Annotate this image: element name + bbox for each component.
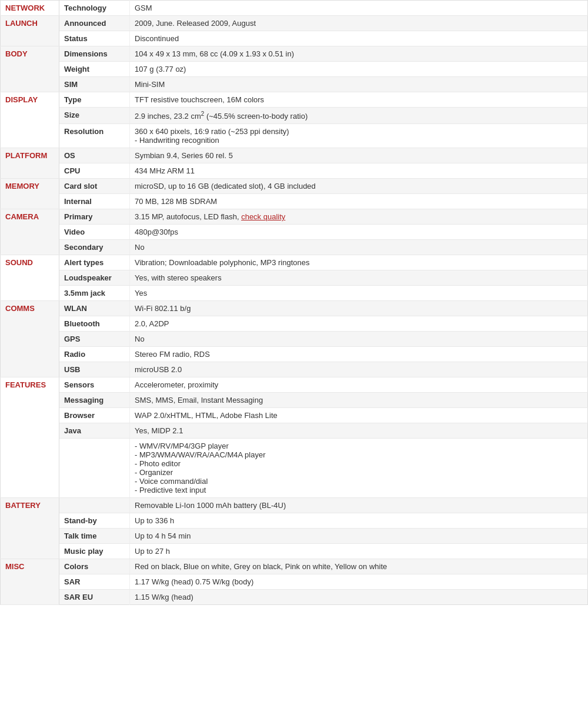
value-cell: 107 g (3.77 oz) — [130, 62, 588, 77]
table-row: Talk timeUp to 4 h 54 min — [1, 529, 588, 544]
value-cell: 360 x 640 pixels, 16:9 ratio (~253 ppi d… — [130, 124, 588, 148]
value-cell: Yes, with stereo speakers — [130, 270, 588, 286]
value-cell: SMS, MMS, Email, Instant Messaging — [130, 393, 588, 408]
table-row: Stand-byUp to 336 h — [1, 513, 588, 529]
category-cell: COMMS — [1, 301, 59, 377]
attribute-cell: 3.5mm jack — [59, 286, 130, 301]
table-row: Internal70 MB, 128 MB SDRAM — [1, 194, 588, 209]
attribute-cell: Resolution — [59, 124, 130, 148]
category-cell: BODY — [1, 46, 59, 92]
table-row: Size2.9 inches, 23.2 cm2 (~45.5% screen-… — [1, 108, 588, 124]
table-row: BrowserWAP 2.0/xHTML, HTML, Adobe Flash … — [1, 408, 588, 423]
category-cell: MEMORY — [1, 179, 59, 209]
table-row: MEMORYCard slotmicroSD, up to 16 GB (ded… — [1, 179, 588, 194]
value-cell: 1.17 W/kg (head) 0.75 W/kg (body) — [130, 574, 588, 590]
attribute-cell: SAR EU — [59, 590, 130, 605]
category-cell: PLATFORM — [1, 148, 59, 179]
table-row: BATTERYRemovable Li-Ion 1000 mAh battery… — [1, 498, 588, 513]
table-row: RadioStereo FM radio, RDS — [1, 347, 588, 362]
spec-table: NETWORKTechnologyGSMLAUNCHAnnounced2009,… — [0, 0, 588, 605]
value-cell: 70 MB, 128 MB SDRAM — [130, 194, 588, 209]
value-cell: 3.15 MP, autofocus, LED flash, check qua… — [130, 209, 588, 225]
value-cell: No — [130, 240, 588, 255]
attribute-cell: Video — [59, 225, 130, 240]
table-row: MISCColorsRed on black, Blue on white, G… — [1, 559, 588, 574]
attribute-cell: Size — [59, 108, 130, 124]
attribute-cell: Loudspeaker — [59, 270, 130, 286]
value-cell: microSD, up to 16 GB (dedicated slot), 4… — [130, 179, 588, 194]
attribute-cell — [59, 439, 130, 498]
value-cell: 434 MHz ARM 11 — [130, 163, 588, 179]
table-row: SAR EU1.15 W/kg (head) — [1, 590, 588, 605]
attribute-cell: Talk time — [59, 529, 130, 544]
category-cell: NETWORK — [1, 1, 59, 16]
table-row: USBmicroUSB 2.0 — [1, 362, 588, 377]
value-cell: 2009, June. Released 2009, August — [130, 16, 588, 31]
table-row: BODYDimensions104 x 49 x 13 mm, 68 cc (4… — [1, 46, 588, 62]
attribute-cell: Messaging — [59, 393, 130, 408]
attribute-cell: Technology — [59, 1, 130, 16]
attribute-cell: USB — [59, 362, 130, 377]
value-cell: TFT resistive touchscreen, 16M colors — [130, 92, 588, 108]
table-row: PLATFORMOSSymbian 9.4, Series 60 rel. 5 — [1, 148, 588, 163]
table-row: MessagingSMS, MMS, Email, Instant Messag… — [1, 393, 588, 408]
table-row: DISPLAYTypeTFT resistive touchscreen, 16… — [1, 92, 588, 108]
value-cell: 2.0, A2DP — [130, 316, 588, 332]
category-cell: CAMERA — [1, 209, 59, 255]
value-cell: microUSB 2.0 — [130, 362, 588, 377]
value-cell: 1.15 W/kg (head) — [130, 590, 588, 605]
table-row: GPSNo — [1, 332, 588, 347]
table-row: SIMMini-SIM — [1, 77, 588, 92]
value-cell: WAP 2.0/xHTML, HTML, Adobe Flash Lite — [130, 408, 588, 423]
table-row: COMMSWLANWi-Fi 802.11 b/g — [1, 301, 588, 316]
value-cell: Mini-SIM — [130, 77, 588, 92]
value-cell: 480p@30fps — [130, 225, 588, 240]
table-row: JavaYes, MIDP 2.1 — [1, 423, 588, 439]
category-cell: BATTERY — [1, 498, 59, 559]
attribute-cell: Type — [59, 92, 130, 108]
value-cell: Up to 336 h — [130, 513, 588, 529]
attribute-cell: SAR — [59, 574, 130, 590]
value-cell: Up to 4 h 54 min — [130, 529, 588, 544]
attribute-cell: WLAN — [59, 301, 130, 316]
category-cell: FEATURES — [1, 377, 59, 498]
table-row: LoudspeakerYes, with stereo speakers — [1, 270, 588, 286]
attribute-cell: Sensors — [59, 377, 130, 393]
value-cell: Stereo FM radio, RDS — [130, 347, 588, 362]
value-cell: Accelerometer, proximity — [130, 377, 588, 393]
value-cell: Discontinued — [130, 31, 588, 46]
attribute-cell: Colors — [59, 559, 130, 574]
category-cell: SOUND — [1, 255, 59, 301]
category-cell: LAUNCH — [1, 16, 59, 46]
value-cell: Yes, MIDP 2.1 — [130, 423, 588, 439]
table-row: Resolution360 x 640 pixels, 16:9 ratio (… — [1, 124, 588, 148]
attribute-cell: Status — [59, 31, 130, 46]
table-row: CPU434 MHz ARM 11 — [1, 163, 588, 179]
attribute-cell: GPS — [59, 332, 130, 347]
attribute-cell — [59, 498, 130, 513]
value-cell: Up to 27 h — [130, 544, 588, 559]
attribute-cell: Card slot — [59, 179, 130, 194]
table-row: - WMV/RV/MP4/3GP player- MP3/WMA/WAV/RA/… — [1, 439, 588, 498]
table-row: 3.5mm jackYes — [1, 286, 588, 301]
value-cell: GSM — [130, 1, 588, 16]
attribute-cell: Dimensions — [59, 46, 130, 62]
attribute-cell: Bluetooth — [59, 316, 130, 332]
value-cell: Symbian 9.4, Series 60 rel. 5 — [130, 148, 588, 163]
table-row: Weight107 g (3.77 oz) — [1, 62, 588, 77]
table-row: SAR1.17 W/kg (head) 0.75 W/kg (body) — [1, 574, 588, 590]
check-quality-link[interactable]: check quality — [241, 212, 285, 221]
attribute-cell: Internal — [59, 194, 130, 209]
value-cell: Yes — [130, 286, 588, 301]
value-cell: Wi-Fi 802.11 b/g — [130, 301, 588, 316]
attribute-cell: Radio — [59, 347, 130, 362]
value-cell: 2.9 inches, 23.2 cm2 (~45.5% screen-to-b… — [130, 108, 588, 124]
table-row: Video480p@30fps — [1, 225, 588, 240]
value-cell: Red on black, Blue on white, Grey on bla… — [130, 559, 588, 574]
attribute-cell: Alert types — [59, 255, 130, 270]
attribute-cell: Music play — [59, 544, 130, 559]
attribute-cell: SIM — [59, 77, 130, 92]
table-row: FEATURESSensorsAccelerometer, proximity — [1, 377, 588, 393]
attribute-cell: Weight — [59, 62, 130, 77]
attribute-cell: Browser — [59, 408, 130, 423]
